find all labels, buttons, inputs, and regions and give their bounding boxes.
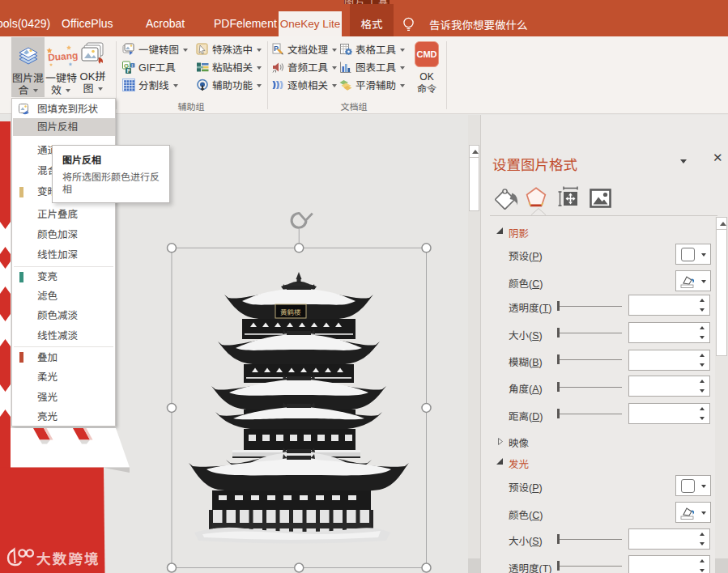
- svg-text:黄鹤楼: 黄鹤楼: [280, 307, 301, 316]
- svg-text:大数跨境: 大数跨境: [36, 548, 100, 568]
